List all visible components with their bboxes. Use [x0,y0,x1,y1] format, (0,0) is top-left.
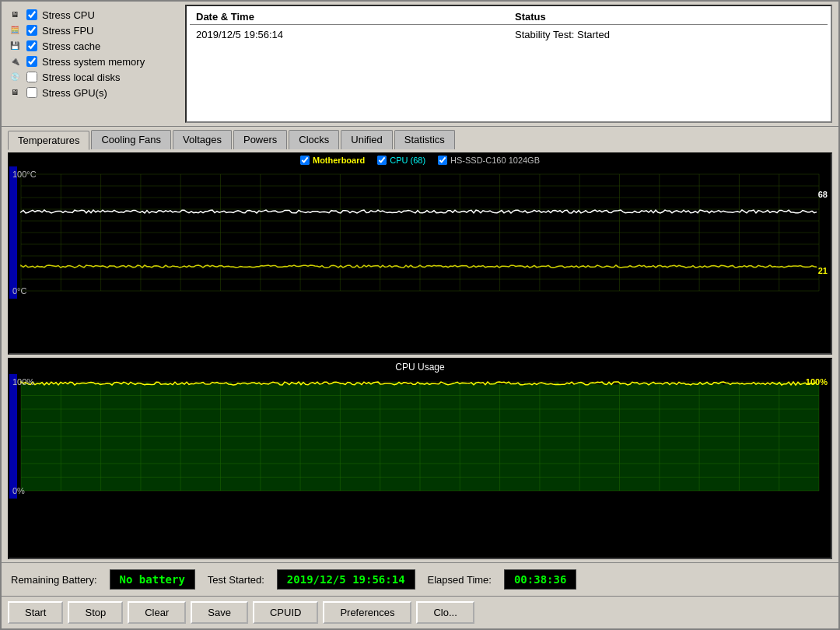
stress-gpu-checkbox[interactable] [26,87,37,98]
cpuid-button[interactable]: CPUID [253,601,318,624]
log-datetime-0: 2019/12/5 19:56:14 [190,28,509,41]
cpu-chart-blue-bar [9,374,17,499]
stress-disks-checkbox[interactable] [26,72,37,82]
app-window: 🖥 Stress CPU 🧮 Stress FPU 💾 Stress cache… [0,0,840,630]
tab-cooling-fans[interactable]: Cooling Fans [91,130,171,149]
legend-cpu: CPU (68) [377,156,425,165]
log-header: Date & Time Status [190,9,828,25]
temp-y-min: 0°C [12,286,26,296]
disks-icon: 💿 [8,70,22,84]
cpu-canvas [9,374,831,499]
temp-chart-inner: 100°C 0°C 68 21 [9,166,831,299]
stress-gpu-item: 🖥 Stress GPU(s) [8,86,179,100]
stress-memory-label: Stress system memory [42,56,145,68]
start-button[interactable]: Start [8,601,63,624]
top-panel: 🖥 Stress CPU 🧮 Stress FPU 💾 Stress cache… [2,2,838,126]
gpu-icon: 🖥 [8,86,22,100]
fpu-icon: 🧮 [8,23,22,37]
cpu-chart-title: CPU Usage [9,359,831,374]
clear-button[interactable]: Clear [128,601,186,624]
stress-fpu-checkbox[interactable] [26,25,37,36]
stress-gpu-label: Stress GPU(s) [42,87,107,99]
test-started-value: 2019/12/5 19:56:14 [277,569,415,590]
legend-cpu-label: CPU (68) [390,156,425,165]
cpu-chart: CPU Usage 100% 0% 100% [8,358,832,560]
log-panel: Date & Time Status 2019/12/5 19:56:14 St… [185,5,832,123]
stress-disks-item: 💿 Stress local disks [8,70,179,84]
elapsed-label: Elapsed Time: [428,574,492,586]
remaining-battery-label: Remaining Battery: [11,574,97,586]
stress-cache-item: 💾 Stress cache [8,39,179,53]
cpu-y-min-left: 0% [12,486,25,495]
cpu-icon: 🖥 [8,8,22,22]
stress-cache-label: Stress cache [42,40,100,52]
tab-voltages[interactable]: Voltages [173,130,232,149]
stress-cpu-item: 🖥 Stress CPU [8,8,179,22]
elapsed-value: 00:38:36 [504,569,576,590]
cpu-y-max-left: 100% [12,377,34,387]
no-battery-value: No battery [110,569,195,590]
stress-cpu-label: Stress CPU [42,9,95,21]
stress-fpu-item: 🧮 Stress FPU [8,23,179,37]
stress-cpu-checkbox[interactable] [26,9,37,20]
close-button[interactable]: Clo... [416,601,474,624]
temp-chart: Motherboard CPU (68) HS-SSD-C160 1024GB … [8,152,832,355]
stress-options: 🖥 Stress CPU 🧮 Stress FPU 💾 Stress cache… [8,5,179,123]
tab-clocks[interactable]: Clocks [289,130,339,149]
tab-temperatures[interactable]: Temperatures [8,131,89,150]
status-bar: Remaining Battery: No battery Test Start… [2,562,838,596]
test-started-label: Test Started: [208,574,264,586]
legend-motherboard-label: Motherboard [313,156,365,165]
temp-chart-legend: Motherboard CPU (68) HS-SSD-C160 1024GB [9,154,831,166]
stress-cache-checkbox[interactable] [26,40,37,51]
legend-motherboard-checkbox[interactable] [300,156,310,165]
tab-unified[interactable]: Unified [341,130,392,149]
buttons-bar: Start Stop Clear Save CPUID Preferences … [2,596,838,628]
stress-fpu-label: Stress FPU [42,25,93,37]
cpu-chart-inner: 100% 0% 100% [9,374,831,499]
temp-chart-blue-bar [9,166,17,299]
legend-ssd: HS-SSD-C160 1024GB [438,156,540,165]
cpu-y-max-right: 100% [806,377,828,387]
temp-canvas [9,166,831,299]
stop-button[interactable]: Stop [68,601,123,624]
log-row-0: 2019/12/5 19:56:14 Stability Test: Start… [190,28,828,41]
tabs-bar: Temperatures Cooling Fans Voltages Power… [2,126,838,149]
stress-memory-item: 🔌 Stress system memory [8,54,179,68]
log-header-status: Status [509,9,828,24]
temp-value-cpu: 68 [818,190,828,199]
tab-statistics[interactable]: Statistics [394,130,455,149]
tab-powers[interactable]: Powers [233,130,287,149]
legend-ssd-label: HS-SSD-C160 1024GB [450,156,540,165]
cache-icon: 💾 [8,39,22,53]
log-status-0: Stability Test: Started [509,28,828,41]
preferences-button[interactable]: Preferences [323,601,411,624]
temp-y-max: 100°C [12,170,37,179]
memory-icon: 🔌 [8,54,22,68]
save-button[interactable]: Save [191,601,248,624]
legend-motherboard: Motherboard [300,156,365,165]
legend-cpu-checkbox[interactable] [377,156,387,165]
stress-disks-label: Stress local disks [42,72,120,83]
stress-memory-checkbox[interactable] [26,56,37,67]
legend-ssd-checkbox[interactable] [438,156,447,165]
temp-value-motherboard: 21 [818,266,828,275]
charts-area: Motherboard CPU (68) HS-SSD-C160 1024GB … [2,149,838,562]
log-header-datetime: Date & Time [190,9,509,24]
